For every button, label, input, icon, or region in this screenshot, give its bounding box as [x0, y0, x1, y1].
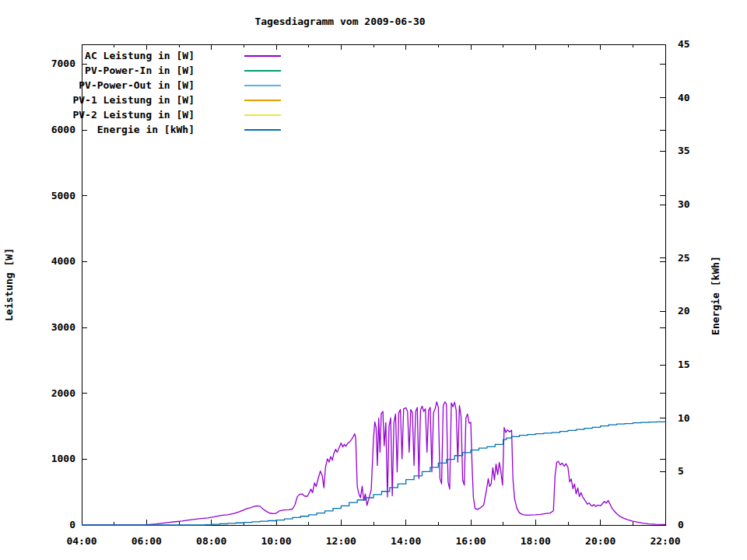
legend-label: PV-Power-In in [W] [85, 65, 195, 76]
legend-label: AC Leistung in [W] [85, 50, 195, 61]
y-right-tick-label: 0 [678, 519, 684, 530]
y-left-tick-label: 1000 [51, 453, 75, 464]
y-right-tick-label: 5 [678, 465, 684, 477]
x-tick-label: 10:00 [261, 535, 291, 547]
legend-label: PV-1 Leistung in [W] [72, 94, 195, 106]
y-left-tick-label: 0 [69, 519, 75, 530]
x-tick-label: 22:00 [650, 535, 680, 547]
data-series [82, 402, 665, 525]
chart-title: Tagesdiagramm vom 2009-06-30 [254, 16, 425, 27]
left-axis-label: Leistung [W] [3, 248, 15, 321]
y-right-tick-label: 30 [678, 198, 690, 210]
series-line-0 [82, 402, 665, 525]
x-tick-label: 14:00 [391, 535, 421, 547]
y-right-tick-label: 25 [678, 252, 690, 264]
y-right-tick-label: 10 [678, 412, 690, 424]
y-left-tick-label: 6000 [51, 124, 75, 135]
x-tick-label: 18:00 [521, 535, 551, 547]
legend-label: PV-Power-Out in [W] [79, 79, 195, 91]
y-left-tick-label: 5000 [51, 190, 75, 201]
legend-label: PV-2 Leistung in [W] [72, 109, 195, 121]
x-tick-label: 20:00 [585, 535, 615, 547]
y-left-tick-label: 2000 [51, 387, 75, 399]
y-left-tick-label: 3000 [51, 321, 75, 333]
y-right-tick-label: 40 [678, 92, 690, 103]
x-tick-label: 12:00 [326, 535, 356, 547]
x-tick-label: 06:00 [132, 535, 162, 547]
right-axis-label: Energie [kWh] [710, 256, 721, 335]
x-tick-label: 08:00 [196, 535, 226, 547]
x-tick-label: 16:00 [455, 535, 486, 547]
y-left-tick-label: 7000 [51, 58, 75, 69]
legend-label: Energie in [kWh] [97, 124, 195, 135]
chart-page: Tagesdiagramm vom 2009-06-30 Leistung [W… [0, 0, 747, 560]
x-tick-label: 04:00 [66, 535, 96, 547]
y-right-tick-label: 20 [678, 305, 690, 317]
tagesdiagramm-chart: Tagesdiagramm vom 2009-06-30 Leistung [W… [0, 0, 747, 560]
y-left-tick-label: 4000 [51, 255, 75, 267]
legend: AC Leistung in [W]PV-Power-In in [W]PV-P… [72, 50, 281, 135]
y-right-tick-label: 15 [678, 359, 690, 370]
y-right-tick-label: 45 [678, 38, 690, 50]
y-right-tick-label: 35 [678, 145, 690, 156]
